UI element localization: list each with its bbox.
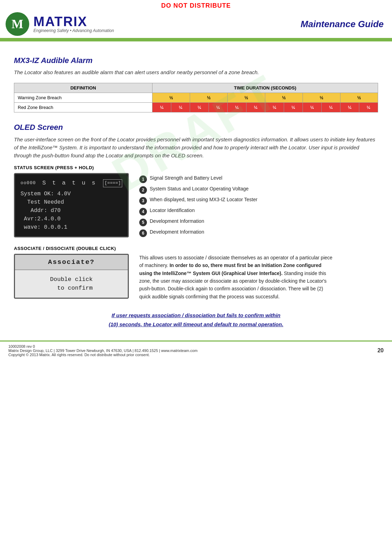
bullet-num-2: 2 bbox=[139, 186, 147, 194]
warning-cell-1: ½ bbox=[152, 93, 190, 102]
warning-cell-3: ½ bbox=[228, 93, 265, 102]
logo-circle: M bbox=[6, 12, 29, 36]
bullet-text-1: Signal Strength and Battery Level bbox=[150, 175, 222, 181]
footer-company-info: Matrix Design Group, LLC | 3299 Tower Dr… bbox=[8, 348, 197, 353]
bullet-item-4: 4 Locator Identification bbox=[139, 207, 257, 215]
bullet-text-5: Development Information bbox=[150, 218, 204, 224]
bullet-num-4: 4 bbox=[139, 208, 147, 215]
oled-line-5: wave: 0.0.0.1 bbox=[21, 223, 122, 232]
red-zone-label: Red Zone Breach bbox=[14, 102, 152, 112]
page-footer: 10002008 rev 0 Matrix Design Group, LLC … bbox=[0, 340, 392, 360]
oled-topbar: oo000 S t a t u s [====] bbox=[21, 179, 122, 188]
red-cell-10: ¼ bbox=[321, 102, 340, 112]
red-cell-6: ¼ bbox=[246, 102, 265, 112]
status-screen-bullets: 1 Signal Strength and Battery Level 2 Sy… bbox=[139, 173, 257, 237]
bullet-num-6: 6 bbox=[139, 229, 147, 237]
oled-assoc-top-text: Associate? bbox=[15, 255, 128, 270]
bullet-num-1: 1 bbox=[139, 175, 147, 183]
company-name: MATRIX bbox=[33, 15, 114, 28]
logo-letter: M bbox=[11, 17, 23, 31]
guide-title: Maintenance Guide bbox=[301, 19, 384, 30]
logo-area: M MATRIX Engineering Safety • Advancing … bbox=[6, 12, 114, 36]
company-tagline: Engineering Safety • Advancing Automatio… bbox=[33, 28, 114, 33]
red-cell-12: ¼ bbox=[359, 102, 378, 112]
bullet-item-6: 6 Development Information bbox=[139, 229, 257, 237]
bullet-text-3: When displayed, test using MX3-IZ Locato… bbox=[150, 197, 257, 202]
bullet-item-5: 5 Development Information bbox=[139, 218, 257, 226]
oled-line-1: System OK: 4.0V bbox=[21, 190, 122, 198]
bullet-item-3: 3 When displayed, test using MX3-IZ Loca… bbox=[139, 197, 257, 205]
table-row: Warning Zone Breach ½ ½ ½ ½ ½ ½ bbox=[14, 93, 378, 102]
bullet-num-3: 3 bbox=[139, 197, 147, 205]
warning-cell-4: ½ bbox=[265, 93, 303, 102]
oled-assoc-bottom-text: Double click to confirm bbox=[15, 270, 128, 298]
warning-cell-5: ½ bbox=[303, 93, 340, 102]
bullet-item-2: 2 System Status and Locator Operating Vo… bbox=[139, 186, 257, 194]
main-content: MX3-IZ Audible Alarm The Locator also fe… bbox=[0, 41, 392, 340]
footer-page-number: 20 bbox=[377, 347, 384, 354]
oled-section: OLED Screen The user-interface screen on… bbox=[14, 123, 378, 301]
oled-status-label: S t a t u s bbox=[42, 179, 96, 188]
status-screen-row: oo000 S t a t u s [====] System OK: 4.0V… bbox=[14, 173, 378, 237]
red-cell-5: ¼ bbox=[228, 102, 246, 112]
bullet-text-2: System Status and Locator Operating Volt… bbox=[150, 186, 249, 191]
oled-associate-screen: Associate? Double click to confirm bbox=[14, 254, 129, 299]
red-cell-11: ¼ bbox=[340, 102, 359, 112]
oled-signal-indicator: oo000 bbox=[21, 180, 36, 187]
page-header: M MATRIX Engineering Safety • Advancing … bbox=[0, 10, 392, 39]
logo-text-block: MATRIX Engineering Safety • Advancing Au… bbox=[33, 15, 114, 33]
alarm-table: DEFINITION TIME DURATION (SECONDS) Warni… bbox=[14, 83, 378, 112]
oled-line-2: Test Needed bbox=[21, 198, 122, 206]
red-cell-1: ¼ bbox=[152, 102, 171, 112]
oled-status-screen: oo000 S t a t u s [====] System OK: 4.0V… bbox=[14, 173, 129, 237]
red-cell-7: ¼ bbox=[265, 102, 284, 112]
warning-zone-label: Warning Zone Breach bbox=[14, 93, 152, 102]
oled-battery-indicator: [====] bbox=[103, 179, 122, 187]
table-row: Red Zone Breach ¼ ¼ ¼ ¼ ¼ ¼ ¼ ¼ ¼ ¼ ¼ ¼ bbox=[14, 102, 378, 112]
oled-assoc-line-1: Double click bbox=[21, 275, 122, 284]
oled-description: The user-interface screen on the front o… bbox=[14, 135, 378, 160]
oled-line-3: Addr: d70 bbox=[21, 206, 122, 215]
oled-section-title: OLED Screen bbox=[14, 123, 378, 132]
red-cell-9: ¼ bbox=[303, 102, 321, 112]
alarm-section-intro: The Locator also features an audible ala… bbox=[14, 69, 378, 77]
timeout-note-line1: If user requests association / dissociat… bbox=[14, 311, 378, 320]
red-cell-4: ¼ bbox=[209, 102, 228, 112]
footer-doc-number: 10002008 rev 0 bbox=[8, 344, 197, 348]
red-cell-8: ¼ bbox=[284, 102, 303, 112]
alarm-table-col2-header: TIME DURATION (SECONDS) bbox=[152, 83, 378, 93]
alarm-section-title: MX3-IZ Audible Alarm bbox=[14, 56, 378, 65]
red-cell-3: ¼ bbox=[190, 102, 209, 112]
do-not-distribute-banner: DO NOT DISTRIBUTE bbox=[0, 0, 392, 10]
alarm-table-col1-header: DEFINITION bbox=[14, 83, 152, 93]
timeout-note-line2: (10) seconds, the Locator will timeout a… bbox=[14, 320, 378, 329]
oled-assoc-line-2: to confirm bbox=[21, 284, 122, 293]
footer-copyright: Copyright © 2013 Matrix. All rights rese… bbox=[8, 353, 197, 357]
timeout-note: If user requests association / dissociat… bbox=[14, 311, 378, 329]
oled-body-text: System OK: 4.0V Test Needed Addr: d70 Av… bbox=[21, 190, 122, 232]
status-screen-label: STATUS SCREEN (PRESS + HOLD) bbox=[14, 165, 378, 170]
bullet-item-1: 1 Signal Strength and Battery Level bbox=[139, 175, 257, 183]
oled-line-4: Avr:2.4.0.0 bbox=[21, 215, 122, 223]
warning-cell-6: ½ bbox=[340, 93, 378, 102]
associate-description: This allows users to associate / dissoci… bbox=[139, 254, 334, 300]
associate-screen-label: ASSOCIATE / DISSOCIATE (DOUBLE CLICK) bbox=[14, 246, 378, 251]
associate-screen-row: Associate? Double click to confirm This … bbox=[14, 254, 378, 300]
warning-cell-2: ½ bbox=[190, 93, 228, 102]
bullet-text-6: Development Information bbox=[150, 229, 204, 235]
footer-left: 10002008 rev 0 Matrix Design Group, LLC … bbox=[8, 344, 197, 357]
red-cell-2: ¼ bbox=[171, 102, 190, 112]
bullet-num-5: 5 bbox=[139, 219, 147, 226]
bullet-text-4: Locator Identification bbox=[150, 207, 195, 213]
